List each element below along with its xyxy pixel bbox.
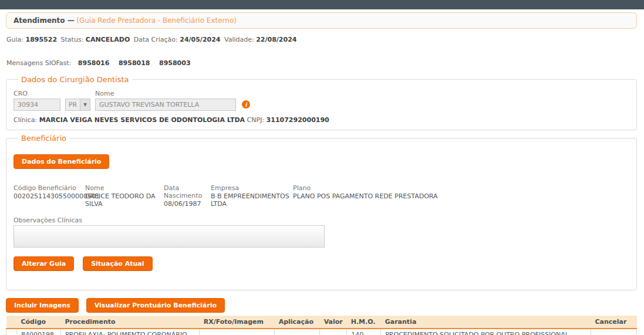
siofast-message-3: 8958003 — [159, 59, 191, 67]
row-cancelar-cell — [591, 329, 636, 335]
beneficiary-birthdate-value: 08/06/1987 — [164, 200, 211, 208]
beneficiary-fieldset-legend: Beneficiário — [18, 134, 69, 143]
validade-label: Validade: — [224, 36, 254, 43]
beneficiary-company-col: Empresa B B EMPREENDIMENTOS LTDA — [211, 184, 293, 208]
siofast-message-2: 8958018 — [119, 59, 150, 67]
clinic-line: Clínica: MARCIA VEIGA NEVES SERVICOS DE … — [14, 116, 629, 124]
beneficiary-code-value: 002025114305500000501 — [14, 192, 85, 200]
siofast-messages-line: Mensagens SIOFast: 8958016 8958018 89580… — [6, 59, 637, 67]
status-label: Status: — [61, 36, 84, 43]
top-bar — [0, 0, 644, 9]
page-subtitle: (Guia Rede Prestadora - Beneficiário Ext… — [76, 16, 237, 25]
beneficiary-action-buttons: Alterar Guia Situação Atual — [14, 256, 629, 271]
uf-select-value: PR — [65, 99, 80, 111]
page-title: Atendimento — — [14, 16, 75, 25]
siofast-label: Mensagens SIOFast: — [6, 59, 71, 67]
procedures-table: Código Procedimento RX/Foto/Imagem Aplic… — [6, 316, 637, 335]
cancelar-column-header: Cancelar — [591, 316, 636, 329]
cro-input[interactable]: 30934 — [14, 99, 60, 111]
row-codigo-cell: 84000198 — [16, 329, 60, 335]
beneficiary-birthdate-label: Data Nascimento — [164, 184, 211, 199]
situacao-atual-button[interactable]: Situação Atual — [83, 256, 152, 271]
row-valor-cell — [320, 329, 347, 335]
status-value: CANCELADO — [86, 36, 130, 43]
hmo-column-header: H.M.O. — [347, 316, 381, 329]
cro-label: CRO — [14, 90, 60, 97]
incluir-imagens-button[interactable]: Incluir Imagens — [6, 298, 79, 313]
clinic-label: Clínica: — [14, 116, 37, 124]
attendance-header-box: Atendimento — (Guia Rede Prestadora - Be… — [6, 12, 637, 29]
info-icon[interactable]: i — [242, 100, 250, 109]
chevron-down-icon[interactable]: ▼ — [80, 99, 90, 111]
clinic-value: MARCIA VEIGA NEVES SERVICOS DE ODONTOLOG… — [39, 116, 245, 124]
dentist-name-input[interactable]: GUSTAVO TREVISAN TORTELLA — [95, 99, 236, 111]
beneficiary-plan-col: Plano PLANO POS PAGAMENTO REDE PRESTADOR… — [293, 184, 629, 208]
visualizar-prontuario-button[interactable]: Visualizar Prontuário Beneficiário — [86, 298, 225, 313]
indicator-column-header — [6, 316, 17, 329]
data-criacao-value: 24/05/2024 — [180, 36, 220, 43]
beneficiary-company-value: B B EMPREENDIMENTOS LTDA — [211, 192, 293, 208]
beneficiary-code-col: Código Beneficiário 00202511430550000050… — [14, 184, 85, 208]
row-hmo-cell: 140 — [347, 329, 381, 335]
beneficiary-button-row: Dados do Beneficiário — [14, 154, 629, 169]
row-procedimento-cell: PROFILAXIA: POLIMENTO CORONÁRIO — [60, 329, 199, 335]
siofast-message-1: 8958016 — [78, 59, 110, 67]
beneficiary-fieldset: Beneficiário Dados do Beneficiário Códig… — [6, 134, 637, 290]
row-indicator-cell — [6, 329, 17, 335]
guia-label: Guia: — [6, 36, 23, 43]
aplicacao-column-header: Aplicação — [275, 316, 320, 329]
beneficiary-name-label: Nome — [85, 184, 164, 192]
rx-foto-imagem-column-header: RX/Foto/Imagem — [200, 316, 275, 329]
guia-value: 1895522 — [26, 36, 58, 43]
codigo-column-header: Código — [16, 316, 60, 329]
dentist-fields-row: CRO 30934 PR ▼ Nome GUSTAVO TREVISAN TOR… — [14, 90, 629, 111]
beneficiary-plan-label: Plano — [293, 184, 629, 192]
dentist-name-group: Nome GUSTAVO TREVISAN TORTELLA — [95, 90, 236, 111]
table-row: 84000198 PROFILAXIA: POLIMENTO CORONÁRIO… — [6, 329, 637, 335]
row-garantia-cell: PROCEDIMENTO SOLICITADO POR OUTRO PROFIS… — [381, 329, 591, 335]
cro-group: CRO 30934 — [14, 90, 60, 111]
alterar-guia-button[interactable]: Alterar Guia — [14, 256, 74, 271]
uf-select[interactable]: PR ▼ — [65, 99, 90, 111]
procedures-table-header-row: Código Procedimento RX/Foto/Imagem Aplic… — [6, 316, 637, 329]
beneficiary-plan-value: PLANO POS PAGAMENTO REDE PRESTADORA — [293, 192, 629, 200]
cnpj-label: CNPJ: — [247, 116, 265, 124]
clinical-observations-label: Observações Clínicas — [14, 216, 629, 224]
clinical-observations-textarea[interactable] — [14, 225, 325, 248]
cnpj-value: 31107292000190 — [267, 116, 329, 124]
procedimento-column-header: Procedimento — [60, 316, 199, 329]
beneficiary-name-col: Nome GREICE TEODORO DA SILVA — [85, 184, 164, 208]
dentist-name-label: Nome — [95, 90, 236, 97]
beneficiary-company-label: Empresa — [211, 184, 293, 192]
beneficiary-name-value: GREICE TEODORO DA SILVA — [85, 192, 164, 208]
row-rx-cell — [200, 329, 275, 335]
beneficiary-info-row: Código Beneficiário 00202511430550000050… — [14, 184, 629, 208]
valor-column-header: Valor — [320, 316, 347, 329]
dentist-fieldset-legend: Dados do Cirurgião Dentista — [18, 75, 132, 84]
dentist-fieldset: Dados do Cirurgião Dentista CRO 30934 PR… — [6, 75, 637, 130]
page-content: Atendimento — (Guia Rede Prestadora - Be… — [0, 12, 644, 335]
validade-value: 22/08/2024 — [256, 36, 296, 43]
beneficiary-code-label: Código Beneficiário — [14, 184, 85, 192]
dados-beneficiario-button[interactable]: Dados do Beneficiário — [14, 154, 109, 169]
row-aplicacao-cell — [275, 329, 320, 335]
beneficiary-birthdate-col: Data Nascimento 08/06/1987 — [164, 184, 211, 208]
garantia-column-header: Garantia — [381, 316, 591, 329]
data-criacao-label: Data Criação: — [134, 36, 178, 43]
page-action-buttons: Incluir Imagens Visualizar Prontuário Be… — [6, 298, 637, 313]
guide-status-line: Guia: 1895522 Status: CANCELADO Data Cri… — [6, 36, 637, 43]
